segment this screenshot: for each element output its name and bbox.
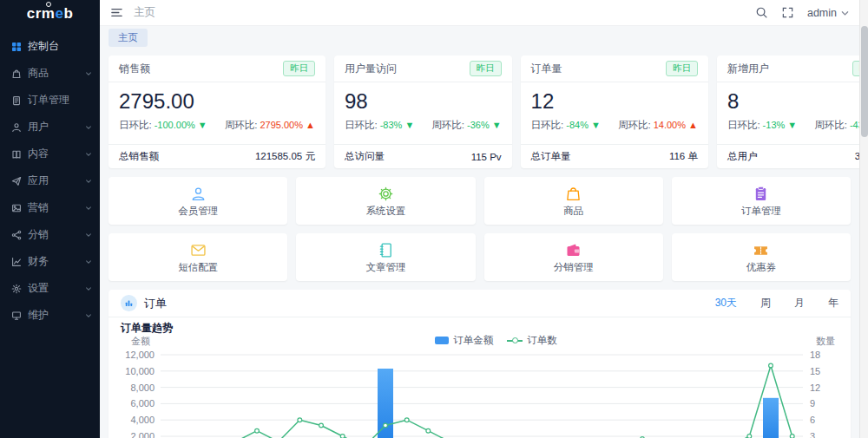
chevron-down-icon bbox=[85, 178, 92, 185]
stat-card-visits: 用户量访问 昨日 98 日环比:-83% ▼ 周环比:-36% ▼ 总访问量 1… bbox=[334, 56, 512, 168]
logo-text: e bbox=[55, 5, 63, 23]
legend-order-amount[interactable]: 订单金额 bbox=[435, 334, 493, 347]
range-tab-week[interactable]: 周 bbox=[760, 296, 771, 311]
legend-order-count[interactable]: 订单数 bbox=[507, 334, 557, 347]
yesterday-badge: 昨日 bbox=[666, 61, 698, 76]
sidebar-item-label: 订单管理 bbox=[28, 93, 69, 108]
sidebar-item-maintenance[interactable]: 维护 bbox=[0, 302, 100, 329]
quick-nav-system-settings[interactable]: 系统设置 bbox=[296, 177, 475, 225]
stat-ratios: 日环比:-100.00% ▼ 周环比:2795.00% ▲ bbox=[119, 119, 315, 132]
svg-text:12: 12 bbox=[810, 382, 820, 393]
chart-title: 订单量趋势 bbox=[121, 322, 838, 334]
stat-card-header: 订单量 昨日 bbox=[521, 56, 708, 82]
stat-ratios: 日环比:-83% ▼ 周环比:-36% ▼ bbox=[345, 119, 502, 132]
settings-icon bbox=[11, 284, 22, 294]
quick-nav-label: 系统设置 bbox=[365, 205, 405, 218]
sidebar-item-marketing[interactable]: 营销 bbox=[0, 194, 100, 221]
stat-card-footer: 总用户 351 人 bbox=[717, 144, 868, 168]
sidebar-item-label: 维护 bbox=[28, 308, 49, 323]
quick-nav-distribution-manage[interactable]: 分销管理 bbox=[484, 233, 663, 281]
stat-card-title: 销售额 bbox=[119, 62, 150, 76]
stat-card-footer: 总订单量 116 单 bbox=[521, 144, 708, 168]
sidebar-item-settings[interactable]: 设置 bbox=[0, 275, 100, 302]
footer-label: 总用户 bbox=[727, 150, 758, 163]
quick-nav-label: 订单管理 bbox=[741, 205, 781, 218]
chevron-down-icon bbox=[85, 70, 92, 77]
stat-card-header: 用户量访问 昨日 bbox=[334, 56, 512, 82]
stat-card-new-users: 新增用户 昨日 8 日环比:-13% ▼ 周环比:-43% ▼ 总用户 351 … bbox=[717, 56, 868, 168]
quick-nav-sms[interactable]: 短信配置 bbox=[108, 233, 287, 281]
stat-card-sales: 销售额 昨日 2795.00 日环比:-100.00% ▼ 周环比:2795.0… bbox=[108, 56, 326, 168]
stat-ratios: 日环比:-84% ▼ 周环比:14.00% ▲ bbox=[531, 119, 698, 132]
chevron-down-icon bbox=[85, 258, 92, 265]
breadcrumb[interactable]: 主页 bbox=[134, 5, 155, 20]
quick-nav-coupon[interactable]: 优惠券 bbox=[672, 233, 851, 281]
search-icon[interactable] bbox=[755, 6, 768, 19]
right-axis-label: 数量 bbox=[816, 335, 835, 348]
svg-text:9: 9 bbox=[810, 398, 815, 409]
stat-card-footer: 总访问量 115 Pv bbox=[334, 144, 512, 168]
fullscreen-icon[interactable] bbox=[781, 6, 794, 19]
marketing-icon bbox=[11, 203, 22, 213]
quick-nav-label: 文章管理 bbox=[365, 261, 405, 274]
stat-card-body: 98 日环比:-83% ▼ 周环比:-36% ▼ bbox=[334, 82, 512, 144]
scrollbar-thumb[interactable] bbox=[861, 26, 868, 137]
coupon-ticket-icon bbox=[752, 241, 770, 259]
sidebar-item-label: 应用 bbox=[28, 173, 49, 188]
stat-cards-row: 销售额 昨日 2795.00 日环比:-100.00% ▼ 周环比:2795.0… bbox=[108, 56, 851, 168]
logo-text: cr bbox=[27, 5, 42, 23]
trend-chart-svg[interactable]: 12,0001810,000158,000126,00094,00062,000… bbox=[121, 348, 838, 438]
tab-home[interactable]: 主页 bbox=[108, 29, 148, 47]
sidebar-item-orders[interactable]: 订单管理 bbox=[0, 87, 100, 114]
menu-fold-icon[interactable] bbox=[110, 6, 123, 19]
svg-text:4,000: 4,000 bbox=[130, 415, 155, 425]
quick-nav-product[interactable]: 商品 bbox=[484, 177, 663, 225]
range-tab-30d[interactable]: 30天 bbox=[715, 296, 737, 311]
dashboard-content: 销售额 昨日 2795.00 日环比:-100.00% ▼ 周环比:2795.0… bbox=[100, 49, 859, 438]
chevron-down-icon bbox=[85, 151, 92, 158]
range-tab-year[interactable]: 年 bbox=[828, 296, 838, 311]
order-panel-title: 订单 bbox=[144, 296, 167, 311]
svg-text:18: 18 bbox=[810, 350, 820, 360]
quick-nav-label: 优惠券 bbox=[746, 261, 777, 274]
tags-nav: 主页 bbox=[100, 26, 859, 49]
sidebar-item-goods[interactable]: 商品 bbox=[0, 60, 100, 87]
footer-label: 总访问量 bbox=[345, 150, 385, 163]
day-ratio: 日环比:-84% ▼ bbox=[531, 119, 601, 132]
article-book-icon bbox=[377, 241, 395, 259]
content-icon bbox=[11, 149, 22, 160]
sms-envelope-icon bbox=[189, 241, 207, 259]
user-menu[interactable]: admin bbox=[807, 5, 849, 21]
stat-card-title: 新增用户 bbox=[727, 62, 769, 76]
stat-card-body: 2795.00 日环比:-100.00% ▼ 周环比:2795.00% ▲ bbox=[108, 82, 326, 144]
range-tab-month[interactable]: 月 bbox=[794, 296, 805, 311]
sidebar-item-content[interactable]: 内容 bbox=[0, 141, 100, 167]
sidebar-item-label: 控制台 bbox=[28, 39, 59, 54]
footer-value: 116 单 bbox=[669, 150, 698, 163]
sidebar-item-distribution[interactable]: 分销 bbox=[0, 221, 100, 248]
sidebar-item-users[interactable]: 用户 bbox=[0, 114, 100, 141]
sidebar-item-finance[interactable]: 财务 bbox=[0, 248, 100, 275]
chevron-down-icon bbox=[85, 205, 92, 212]
app-logo[interactable]: crmeb bbox=[0, 0, 100, 28]
left-axis-label: 金额 bbox=[131, 335, 150, 348]
page-scrollbar[interactable] bbox=[859, 0, 868, 438]
sidebar-item-apps[interactable]: 应用 bbox=[0, 167, 100, 194]
quick-nav-grid: 会员管理 系统设置 商品 订单管理 短信配置 文章管理 bbox=[108, 177, 851, 281]
chevron-down-icon bbox=[85, 285, 92, 292]
sidebar-item-label: 设置 bbox=[28, 281, 49, 296]
dashboard-icon bbox=[11, 42, 22, 52]
chevron-down-icon bbox=[85, 312, 92, 319]
quick-nav-article[interactable]: 文章管理 bbox=[296, 233, 475, 281]
sidebar-item-dashboard[interactable]: 控制台 bbox=[0, 33, 100, 60]
day-ratio: 日环比:-100.00% ▼ bbox=[119, 119, 207, 132]
line-swatch bbox=[507, 340, 523, 342]
yesterday-badge: 昨日 bbox=[470, 61, 502, 76]
sidebar: crmeb 控制台 商品 订单管理 用户 内容 应用 bbox=[0, 0, 100, 438]
maintenance-icon bbox=[11, 311, 22, 321]
svg-text:12,000: 12,000 bbox=[125, 350, 155, 360]
stat-card-title: 订单量 bbox=[531, 62, 562, 76]
quick-nav-order-manage[interactable]: 订单管理 bbox=[672, 177, 851, 225]
sidebar-item-label: 用户 bbox=[28, 120, 49, 134]
quick-nav-member[interactable]: 会员管理 bbox=[108, 177, 287, 225]
